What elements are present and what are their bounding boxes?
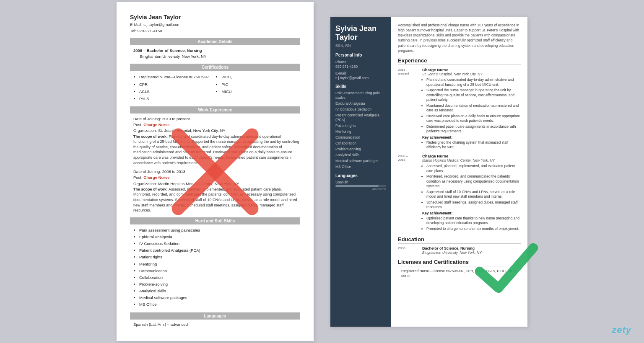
exp-body-2: Charge Nurse Martin Hopkins Medical Cent… (422, 154, 521, 232)
sidebar: Sylvia Jean Taylor BSN, RN Personal Info… (330, 17, 391, 327)
left-work-section: Work Experience Date of Joining: 2013 to… (130, 106, 300, 213)
education-section: Education 2008 Bachelor of Science, Nurs… (398, 236, 521, 255)
key-achievement-label-1: Key achievement: (422, 135, 521, 139)
left-lang-entry: Spanish (Lat. Am.) – advanced (130, 322, 300, 327)
education-title: Education (398, 236, 521, 244)
sidebar-name-block: Sylvia Jean Taylor BSN, RN (335, 24, 386, 48)
lang-level: Advanced (335, 187, 386, 191)
sidebar-skills-title: Skills (335, 84, 386, 89)
resume-right: Sylvia Jean Taylor BSN, RN Personal Info… (330, 17, 527, 327)
left-certs-section: Certifications Registered Nurse—License … (130, 64, 300, 102)
left-contact: E-Mail: s.j.taylor@gmail.com Tel: 929-27… (130, 22, 300, 34)
exp-body-1: Charge Nurse St. John's Hospital, New Yo… (422, 67, 521, 150)
edu-degree: Bachelor of Science, Nursing (422, 246, 482, 250)
sidebar-phone: 929-271-4150 (335, 64, 386, 69)
sidebar-personal-info-title: Personal Info (335, 53, 386, 57)
edu-body: Bachelor of Science, Nursing Binghamton … (422, 246, 482, 255)
left-skills-header: Hard and Soft Skills (130, 217, 300, 224)
left-certs-header: Certifications (130, 64, 300, 71)
left-cert-cols: Registered Nurse—License #67507997 CPR A… (130, 73, 300, 102)
sidebar-languages-title: Languages (335, 173, 386, 178)
edu-year: 2008 (398, 246, 419, 255)
edu-entry-right: 2008 Bachelor of Science, Nursing Bingha… (398, 246, 521, 255)
sidebar-phone-label: Phone (335, 60, 386, 64)
experience-title: Experience (398, 57, 521, 65)
left-lang-header: Languages (130, 312, 300, 320)
left-skills-section: Hard and Soft Skills Pain assessment usi… (130, 217, 300, 308)
exp-bullets-2: Assessed, planned, implemented, and eval… (422, 164, 521, 209)
left-academic-header: Academic Details (130, 38, 300, 45)
summary-text: Accomplished and professional charge nur… (398, 23, 521, 54)
key-achievement-label-2: Key achievement: (422, 211, 521, 215)
sidebar-lang-entry: Spanish Advanced (335, 180, 386, 191)
licenses-title: Licenses and Certifications (398, 259, 521, 266)
key-achievement-bullets-2: Optimized patient care thanks to new nur… (422, 216, 521, 231)
key-achievement-bullets-1: Redesigned the charting system that incr… (422, 140, 521, 150)
exp-dates-2: 2008 –2013 (398, 154, 419, 232)
lang-bar-fill (335, 185, 379, 187)
exp-org-1: St. John's Hospital, New York City, NY (422, 72, 521, 76)
left-name: Sylvia Jean Taylor (130, 14, 300, 21)
exp-title-1: Charge Nurse (422, 67, 521, 72)
resume-left: Sylvia Jean Taylor E-Mail: s.j.taylor@gm… (117, 2, 314, 340)
sidebar-name: Sylvia Jean Taylor (335, 24, 386, 42)
sidebar-skills-list: Pain assessment using pain scales Epidur… (335, 91, 386, 170)
sidebar-credentials: BSN, RN (335, 44, 386, 48)
edu-school: Binghamton University, New York, NY (422, 250, 482, 255)
certs-text: Registered Nurse—License #67508997, CPR,… (398, 269, 521, 279)
left-edu-entry: 2008 – Bachelor of Science, Nursing Bing… (130, 48, 300, 60)
left-work-header: Work Experience (130, 106, 300, 113)
left-cert-col2: PICC, PIC MICU (216, 73, 232, 102)
exp-title-2: Charge Nurse (422, 154, 521, 158)
left-work-entry-2: Date of Joining: 2008 to 2013 Post: Char… (130, 169, 300, 213)
zety-watermark: zety (612, 325, 631, 335)
left-work-entry-1: Date of Joining: 2013 to present Post: C… (130, 116, 300, 165)
left-cert-col1: Registered Nurse—License #67507997 CPR A… (133, 73, 209, 102)
exp-entry-1: 2013 –present Charge Nurse St. John's Ho… (398, 67, 521, 150)
left-lang-section: Languages Spanish (Lat. Am.) – advanced (130, 312, 300, 327)
licenses-section: Licenses and Certifications Registered N… (398, 259, 521, 279)
sidebar-email: s.j.taylor@gmail.com (335, 76, 386, 80)
main-content: Accomplished and professional charge nur… (391, 17, 527, 327)
left-academic-section: Academic Details 2008 – Bachelor of Scie… (130, 38, 300, 60)
exp-bullets-1: Planned and coordinated day-to-day admin… (422, 77, 521, 134)
exp-dates-1: 2013 –present (398, 67, 419, 150)
lang-bar-bg (335, 185, 386, 187)
sidebar-email-label: E-mail (335, 71, 386, 75)
exp-entry-2: 2008 –2013 Charge Nurse Martin Hopkins M… (398, 154, 521, 232)
exp-org-2: Martin Hopkins Medical Center, New York,… (422, 158, 521, 162)
left-skills-list: Pain assessment using painscales Epidura… (130, 227, 300, 308)
experience-section: Experience 2013 –present Charge Nurse St… (398, 57, 521, 232)
